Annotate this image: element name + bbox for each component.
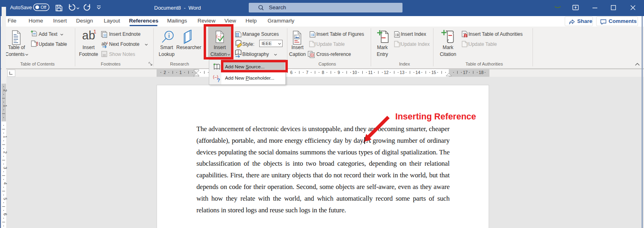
svg-text:?: ? bbox=[217, 77, 220, 82]
svg-text:10: 10 bbox=[352, 70, 357, 75]
svg-text:8: 8 bbox=[322, 70, 324, 75]
svg-text:18: 18 bbox=[479, 70, 484, 75]
svg-text:1: 1 bbox=[107, 41, 109, 45]
svg-text:9: 9 bbox=[338, 70, 340, 75]
svg-text:15: 15 bbox=[431, 70, 436, 75]
svg-text:[i]: [i] bbox=[103, 33, 106, 37]
svg-text:1: 1 bbox=[180, 70, 182, 75]
svg-text:13: 13 bbox=[400, 70, 405, 75]
svg-text:14: 14 bbox=[415, 70, 420, 75]
svg-text:!: ! bbox=[36, 40, 38, 47]
svg-text:6: 6 bbox=[290, 70, 293, 75]
svg-text:7: 7 bbox=[306, 70, 308, 75]
svg-text:2: 2 bbox=[163, 70, 166, 75]
svg-text:12: 12 bbox=[384, 70, 389, 75]
svg-text:11: 11 bbox=[368, 70, 373, 75]
svg-text:Off: Off bbox=[41, 5, 46, 10]
svg-text:17: 17 bbox=[463, 70, 468, 75]
